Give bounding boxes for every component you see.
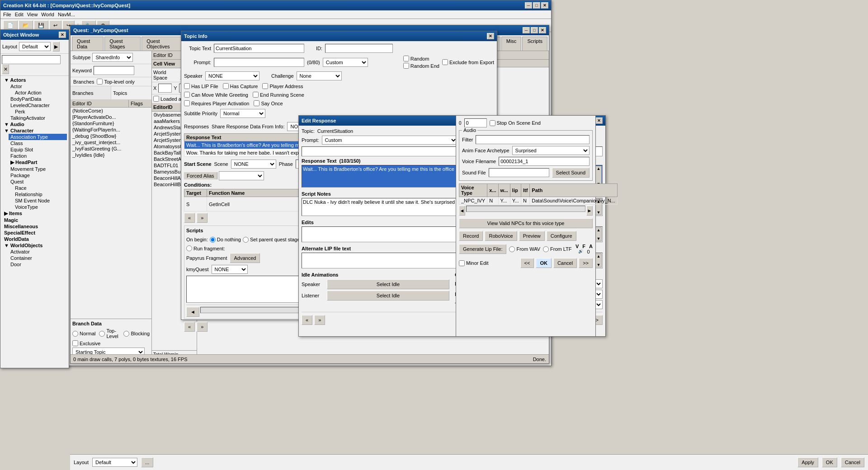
er-prev-btn[interactable]: « <box>302 315 312 325</box>
tree-actor-action[interactable]: Actor Action <box>9 89 67 96</box>
minor-edit-checkbox[interactable] <box>459 260 465 266</box>
say-once-checkbox[interactable] <box>254 100 259 106</box>
tab-misc[interactable]: Misc <box>501 37 522 51</box>
advanced-btn[interactable]: Advanced <box>230 253 260 263</box>
do-nothing-radio[interactable] <box>210 237 216 243</box>
tree-talkingactivator[interactable]: TalkingActivator <box>9 115 67 121</box>
toolbar-new[interactable]: 📄 <box>3 20 18 30</box>
sn-down-arrow[interactable]: ▼ <box>597 210 601 215</box>
speaker-select[interactable]: NONE <box>205 71 259 80</box>
tree-race[interactable]: Race <box>9 185 67 191</box>
audio-ok-btn[interactable]: OK <box>536 258 552 268</box>
ti-close-btn[interactable]: ✕ <box>487 33 494 39</box>
menu-file[interactable]: File <box>3 12 11 17</box>
random-checkbox[interactable] <box>403 56 409 61</box>
robovoice-btn[interactable]: RoboVoice <box>485 231 517 241</box>
set-parent-radio[interactable] <box>243 237 249 243</box>
conditions-prev[interactable]: « <box>184 213 195 223</box>
generate-lip-btn[interactable]: Generate Lip File: <box>459 244 506 254</box>
tree-sm-event-node[interactable]: SM Event Node <box>9 197 67 204</box>
audio-filter-input[interactable] <box>476 135 590 144</box>
tree-audio[interactable]: ▼ Audio <box>2 121 67 127</box>
er-close-btn[interactable]: ✕ <box>595 118 603 124</box>
close-btn[interactable]: ✕ <box>541 2 548 9</box>
edits-scrollbar[interactable]: ▲ ▼ <box>595 227 602 241</box>
toolbar-open[interactable]: 📂 <box>19 20 33 30</box>
scene-select[interactable]: NONE <box>231 160 276 169</box>
anim-face-select[interactable]: Surprised <box>512 146 590 155</box>
topic-item-4[interactable]: {WaitingForPlayerIn... <box>71 127 151 133</box>
tree-voicetype[interactable]: VoiceType <box>9 204 67 210</box>
kmyquest-select[interactable]: NONE <box>212 265 248 274</box>
topic-item-5[interactable]: _debug {ShootBow} <box>71 133 151 139</box>
ed-up-arrow[interactable]: ▲ <box>597 228 601 232</box>
menu-edit[interactable]: Edit <box>15 12 24 17</box>
voice-filename-input[interactable] <box>499 157 590 166</box>
al-down-arrow[interactable]: ▼ <box>597 263 601 267</box>
tree-bodypartdata[interactable]: BodyPartData <box>9 96 67 102</box>
toolbar-undo[interactable]: ↩ <box>49 20 61 30</box>
subtype-select[interactable]: SharedInfo <box>92 53 133 62</box>
tree-activator[interactable]: Activator <box>9 249 67 255</box>
forced-alias-select[interactable] <box>219 171 264 180</box>
topic-item-2[interactable]: [PlayerActivateDo... <box>71 114 151 120</box>
qw-min-btn[interactable]: ─ <box>523 27 530 33</box>
maximize-btn[interactable]: □ <box>533 2 540 9</box>
audio-next-btn[interactable]: >> <box>579 258 593 268</box>
vt-row[interactable]: _NPC_IVY N Y... Y... N Data\Sound\Voice\… <box>459 197 618 205</box>
tree-relationship[interactable]: Relationship <box>9 191 67 197</box>
view-valid-npcs-btn[interactable]: View Valid NPCs for this voice type <box>459 218 593 228</box>
ow-close-btn[interactable]: ✕ <box>59 32 66 38</box>
tab-quest-stages[interactable]: Quest Stages <box>104 37 141 51</box>
keyword-input[interactable] <box>94 66 134 75</box>
menu-view[interactable]: View <box>27 12 38 17</box>
scroll-up-arrow[interactable]: ▲ <box>597 166 601 171</box>
er-next-btn[interactable]: » <box>314 315 325 325</box>
random-end-checkbox[interactable] <box>403 63 409 69</box>
tab-quest-objectives[interactable]: Quest Objectives <box>142 37 184 51</box>
tab-scripts[interactable]: Scripts <box>522 37 547 51</box>
qw-max-btn[interactable]: □ <box>531 27 538 33</box>
loaded-at-top-checkbox[interactable] <box>153 96 159 102</box>
requires-player-checkbox[interactable] <box>184 100 190 106</box>
topic-item-8[interactable]: _IvyIdles {Idle} <box>71 152 151 158</box>
tree-door[interactable]: Door <box>9 261 67 268</box>
menu-world[interactable]: World <box>41 12 54 17</box>
alt-lip-scrollbar[interactable]: ▲ ▼ <box>595 254 602 268</box>
record-btn[interactable]: Record <box>459 231 483 241</box>
prompt-dropdown[interactable]: Custom <box>323 58 368 67</box>
select-sound-btn[interactable]: Select Sound <box>552 168 590 178</box>
end-running-checkbox[interactable] <box>253 92 259 98</box>
normal-radio[interactable] <box>72 331 78 337</box>
qw-close-btn[interactable]: ✕ <box>539 27 546 33</box>
ok-btn[interactable]: OK <box>822 457 837 467</box>
layout-bottom-select[interactable]: Default <box>92 458 137 467</box>
layout-btn[interactable]: ▶ <box>52 42 60 52</box>
ti-prev-btn[interactable]: « <box>184 322 195 332</box>
tree-association-type[interactable]: Association Type <box>9 134 67 140</box>
topic-text-input[interactable] <box>214 44 304 53</box>
top-level-only-checkbox[interactable] <box>97 79 103 85</box>
vt-scroll-left[interactable]: ◄ <box>459 206 465 216</box>
er-prompt-select[interactable]: Custom <box>322 136 458 145</box>
topic-item-7[interactable]: _IvyFastGreeting {G... <box>71 146 151 152</box>
conditions-next[interactable]: » <box>197 213 208 223</box>
tree-character[interactable]: ▼ Character <box>2 127 67 134</box>
from-ltf-radio[interactable] <box>543 246 549 252</box>
object-filter[interactable] <box>2 55 61 64</box>
audio-prev-btn[interactable]: << <box>520 258 534 268</box>
ti-next-btn[interactable]: » <box>197 322 208 332</box>
tree-movement-type[interactable]: Movement Type <box>9 166 67 172</box>
ed-down-arrow[interactable]: ▼ <box>597 236 601 241</box>
subtitle-priority-select[interactable]: Normal <box>220 109 265 118</box>
preview-btn[interactable]: Preview <box>519 231 545 241</box>
interrupt-input[interactable] <box>464 118 487 127</box>
tab-quest-data[interactable]: Quest Data <box>72 37 104 51</box>
exclude-export-checkbox[interactable] <box>442 59 448 65</box>
topic-item-1[interactable]: (NoticeCorse) <box>71 108 151 114</box>
tree-faction[interactable]: Faction <box>9 153 67 159</box>
minimize-btn[interactable]: ─ <box>525 2 532 9</box>
tree-quest[interactable]: Quest <box>9 179 67 185</box>
vt-scroll-right[interactable]: ► <box>586 206 593 216</box>
run-fragment-radio[interactable] <box>186 245 192 251</box>
